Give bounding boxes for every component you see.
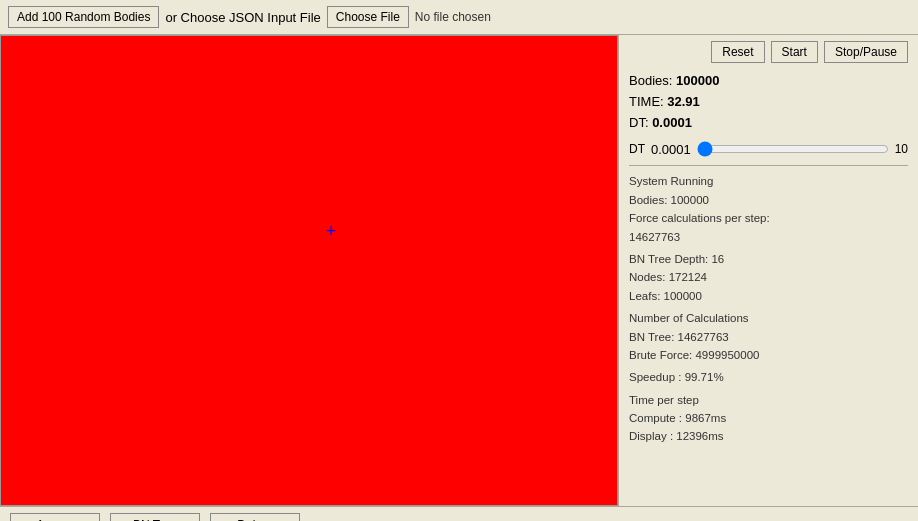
- simulation-canvas[interactable]: +: [0, 35, 618, 506]
- top-bar: Add 100 Random Bodies or Choose JSON Inp…: [0, 0, 918, 35]
- start-button[interactable]: Start: [771, 41, 818, 63]
- bodies-label: Bodies:: [629, 73, 672, 88]
- dt-slider-row: DT 0.0001 10: [629, 141, 908, 157]
- choose-file-button[interactable]: Choose File: [327, 6, 409, 28]
- dt-slider-label: DT: [629, 142, 645, 156]
- main-area: + Reset Start Stop/Pause Bodies: 100000 …: [0, 35, 918, 506]
- bodies-value: 100000: [676, 73, 719, 88]
- debug-toggle-button[interactable]: Debug Toggle: [210, 513, 300, 521]
- system-status: System Running: [629, 172, 908, 190]
- system-bodies: Bodies: 100000: [629, 191, 908, 209]
- display-time: Display : 12396ms: [629, 427, 908, 445]
- or-label: or Choose JSON Input File: [165, 10, 320, 25]
- bottom-bar: Arrows Toggle BN Tree Show/Hide Debug To…: [0, 506, 918, 521]
- arrows-toggle-button[interactable]: Arrows Toggle: [10, 513, 100, 521]
- num-calc-title: Number of Calculations: [629, 309, 908, 327]
- stats-block: Bodies: 100000 TIME: 32.91 DT: 0.0001: [629, 71, 908, 133]
- system-info: System Running Bodies: 100000 Force calc…: [629, 165, 908, 445]
- no-file-label: No file chosen: [415, 10, 491, 24]
- crosshair-icon: +: [326, 221, 337, 242]
- nodes-line: Nodes: 172124: [629, 268, 908, 286]
- add-bodies-button[interactable]: Add 100 Random Bodies: [8, 6, 159, 28]
- force-calc-label: Force calculations per step:: [629, 209, 908, 227]
- dt-value: 0.0001: [652, 115, 692, 130]
- time-value: 32.91: [667, 94, 700, 109]
- bn-tree-button[interactable]: BN Tree Show/Hide: [110, 513, 200, 521]
- brute-force-calc: Brute Force: 4999950000: [629, 346, 908, 364]
- time-per-step-title: Time per step: [629, 391, 908, 409]
- bn-tree-depth: BN Tree Depth: 16: [629, 250, 908, 268]
- force-calc-value: 14627763: [629, 228, 908, 246]
- time-label: TIME:: [629, 94, 664, 109]
- stop-pause-button[interactable]: Stop/Pause: [824, 41, 908, 63]
- dt-slider[interactable]: [697, 141, 889, 157]
- reset-button[interactable]: Reset: [711, 41, 764, 63]
- dt-slider-current: 0.0001: [651, 142, 691, 157]
- speedup: Speedup : 99.71%: [629, 368, 908, 386]
- time-stat: TIME: 32.91: [629, 92, 908, 113]
- dt-label: DT:: [629, 115, 649, 130]
- control-buttons: Reset Start Stop/Pause: [629, 41, 908, 63]
- dt-stat: DT: 0.0001: [629, 113, 908, 134]
- leafs-line: Leafs: 100000: [629, 287, 908, 305]
- bodies-stat: Bodies: 100000: [629, 71, 908, 92]
- dt-slider-max: 10: [895, 142, 908, 156]
- bn-tree-calc: BN Tree: 14627763: [629, 328, 908, 346]
- compute-time: Compute : 9867ms: [629, 409, 908, 427]
- right-panel: Reset Start Stop/Pause Bodies: 100000 TI…: [618, 35, 918, 506]
